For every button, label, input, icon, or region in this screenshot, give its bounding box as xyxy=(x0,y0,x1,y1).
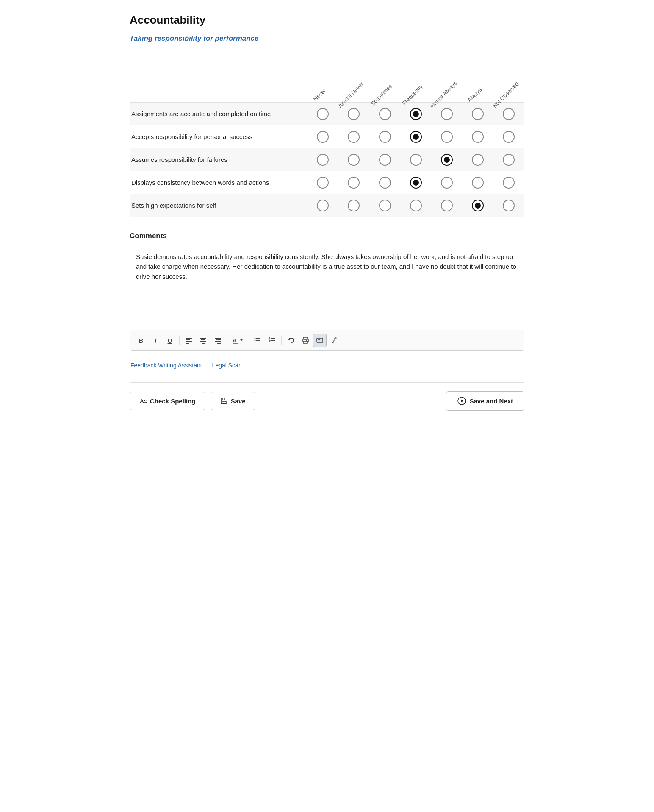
header-col-not_observed: Not Observed xyxy=(493,56,524,103)
radio-option-4-5[interactable] xyxy=(472,200,484,211)
link-icon xyxy=(331,337,338,344)
radio-cell-4-3[interactable] xyxy=(400,194,431,217)
radio-option-4-1[interactable] xyxy=(348,200,360,211)
editor-wrapper: Susie demonstrates accountability and re… xyxy=(130,245,524,351)
radio-option-0-4[interactable] xyxy=(441,108,453,120)
align-left-icon xyxy=(186,337,192,344)
radio-option-2-4[interactable] xyxy=(441,154,453,166)
align-center-button[interactable] xyxy=(197,334,210,347)
radio-option-2-3[interactable] xyxy=(410,154,422,166)
undo-button[interactable] xyxy=(284,334,298,347)
radio-option-4-2[interactable] xyxy=(379,200,391,211)
radio-cell-2-0[interactable] xyxy=(308,148,338,171)
align-left-button[interactable] xyxy=(182,334,196,347)
svg-rect-4 xyxy=(200,338,206,339)
svg-point-19 xyxy=(255,342,256,343)
text-color-button[interactable]: A xyxy=(230,334,245,347)
radio-option-1-0[interactable] xyxy=(317,131,329,143)
radio-cell-2-1[interactable] xyxy=(338,148,369,171)
radio-option-2-6[interactable] xyxy=(503,154,515,166)
radio-option-1-4[interactable] xyxy=(441,131,453,143)
radio-option-3-5[interactable] xyxy=(472,177,484,189)
radio-option-0-3[interactable] xyxy=(410,108,422,120)
radio-option-0-5[interactable] xyxy=(472,108,484,120)
radio-option-2-1[interactable] xyxy=(348,154,360,166)
numbered-list-button[interactable]: 1. 2. 3. xyxy=(265,334,279,347)
radio-option-1-6[interactable] xyxy=(503,131,515,143)
feedback-writing-assistant-link[interactable]: Feedback Writing Assistant xyxy=(130,362,202,369)
radio-cell-1-4[interactable] xyxy=(431,125,462,148)
radio-cell-1-1[interactable] xyxy=(338,125,369,148)
radio-cell-3-6[interactable] xyxy=(493,171,524,194)
radio-option-0-1[interactable] xyxy=(348,108,360,120)
radio-option-4-6[interactable] xyxy=(503,200,515,211)
radio-option-2-2[interactable] xyxy=(379,154,391,166)
save-icon xyxy=(220,397,228,405)
radio-option-3-2[interactable] xyxy=(379,177,391,189)
svg-rect-22 xyxy=(271,338,275,339)
radio-option-1-3[interactable] xyxy=(410,131,422,143)
italic-button[interactable]: I xyxy=(149,334,162,347)
radio-option-0-6[interactable] xyxy=(503,108,515,120)
radio-cell-3-2[interactable] xyxy=(369,171,400,194)
radio-cell-4-6[interactable] xyxy=(493,194,524,217)
radio-option-4-0[interactable] xyxy=(317,200,329,211)
align-right-button[interactable] xyxy=(211,334,224,347)
radio-cell-0-5[interactable] xyxy=(463,103,493,125)
radio-cell-3-1[interactable] xyxy=(338,171,369,194)
save-and-next-button[interactable]: Save and Next xyxy=(446,391,524,411)
radio-option-1-1[interactable] xyxy=(348,131,360,143)
radio-cell-1-6[interactable] xyxy=(493,125,524,148)
radio-cell-2-5[interactable] xyxy=(463,148,493,171)
radio-cell-4-0[interactable] xyxy=(308,194,338,217)
radio-cell-4-5[interactable] xyxy=(463,194,493,217)
radio-option-0-0[interactable] xyxy=(317,108,329,120)
table-row: Sets high expectations for self xyxy=(130,194,524,217)
radio-cell-3-3[interactable] xyxy=(400,171,431,194)
radio-option-2-5[interactable] xyxy=(472,154,484,166)
radio-option-3-0[interactable] xyxy=(317,177,329,189)
radio-option-1-2[interactable] xyxy=(379,131,391,143)
row-label-2: Assumes responsibility for failures xyxy=(130,148,308,171)
radio-option-0-2[interactable] xyxy=(379,108,391,120)
row-label-4: Sets high expectations for self xyxy=(130,194,308,217)
radio-option-3-1[interactable] xyxy=(348,177,360,189)
radio-cell-1-5[interactable] xyxy=(463,125,493,148)
link-button[interactable] xyxy=(327,334,341,347)
save-label: Save xyxy=(231,398,246,405)
check-spelling-button[interactable]: Check Spelling xyxy=(130,392,205,410)
radio-option-3-4[interactable] xyxy=(441,177,453,189)
radio-option-4-4[interactable] xyxy=(441,200,453,211)
radio-cell-4-4[interactable] xyxy=(431,194,462,217)
radio-cell-2-4[interactable] xyxy=(431,148,462,171)
radio-cell-3-4[interactable] xyxy=(431,171,462,194)
radio-cell-2-2[interactable] xyxy=(369,148,400,171)
radio-option-1-5[interactable] xyxy=(472,131,484,143)
legal-scan-link[interactable]: Legal Scan xyxy=(212,362,242,369)
radio-cell-3-5[interactable] xyxy=(463,171,493,194)
underline-button[interactable]: U xyxy=(163,334,177,347)
save-button[interactable]: Save xyxy=(211,392,255,410)
footer-left-buttons: Check Spelling Save xyxy=(130,392,255,410)
radio-option-3-3[interactable] xyxy=(410,177,422,189)
radio-cell-0-0[interactable] xyxy=(308,103,338,125)
radio-cell-4-2[interactable] xyxy=(369,194,400,217)
radio-option-2-0[interactable] xyxy=(317,154,329,166)
radio-cell-4-1[interactable] xyxy=(338,194,369,217)
bold-button[interactable]: B xyxy=(134,334,148,347)
numbered-list-icon: 1. 2. 3. xyxy=(269,337,275,344)
radio-cell-1-2[interactable] xyxy=(369,125,400,148)
radio-cell-1-0[interactable] xyxy=(308,125,338,148)
textbox-button[interactable]: T xyxy=(313,334,327,347)
header-col-sometimes: Sometimes xyxy=(369,56,400,103)
svg-rect-0 xyxy=(186,338,192,339)
radio-cell-2-6[interactable] xyxy=(493,148,524,171)
radio-cell-2-3[interactable] xyxy=(400,148,431,171)
radio-option-4-3[interactable] xyxy=(410,200,422,211)
radio-option-3-6[interactable] xyxy=(503,177,515,189)
editor-content[interactable]: Susie demonstrates accountability and re… xyxy=(130,245,524,330)
bullet-list-button[interactable] xyxy=(251,334,264,347)
print-button[interactable] xyxy=(299,334,312,347)
radio-cell-1-3[interactable] xyxy=(400,125,431,148)
radio-cell-3-0[interactable] xyxy=(308,171,338,194)
